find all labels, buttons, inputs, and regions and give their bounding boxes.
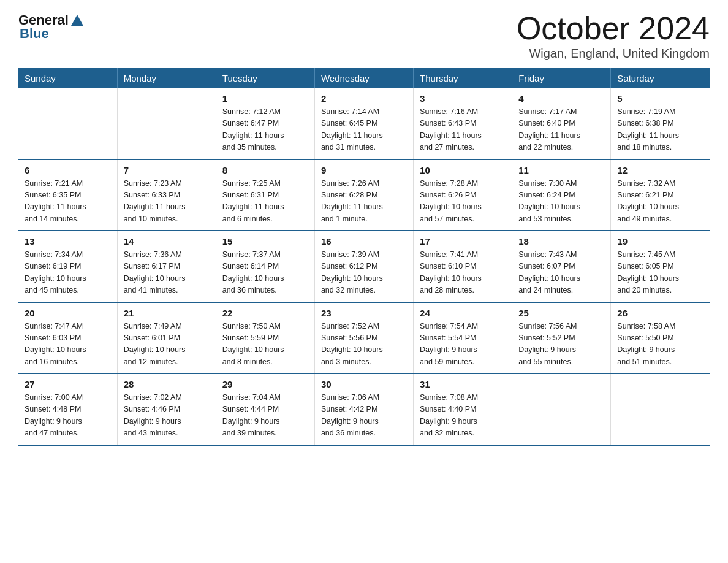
day-info: Sunrise: 7:41 AM Sunset: 6:10 PM Dayligh… bbox=[420, 249, 506, 297]
day-number: 21 bbox=[124, 308, 210, 318]
day-info: Sunrise: 7:17 AM Sunset: 6:40 PM Dayligh… bbox=[518, 106, 604, 154]
day-info: Sunrise: 7:50 AM Sunset: 5:59 PM Dayligh… bbox=[222, 321, 308, 369]
day-number: 25 bbox=[518, 308, 604, 318]
day-number: 22 bbox=[222, 308, 308, 318]
calendar-day-cell: 3Sunrise: 7:16 AM Sunset: 6:43 PM Daylig… bbox=[414, 88, 512, 159]
day-number: 2 bbox=[321, 93, 407, 104]
day-info: Sunrise: 7:36 AM Sunset: 6:17 PM Dayligh… bbox=[124, 249, 210, 297]
calendar-day-cell: 16Sunrise: 7:39 AM Sunset: 6:12 PM Dayli… bbox=[314, 231, 413, 302]
day-info: Sunrise: 7:16 AM Sunset: 6:43 PM Dayligh… bbox=[420, 106, 506, 154]
day-info: Sunrise: 7:49 AM Sunset: 6:01 PM Dayligh… bbox=[124, 321, 210, 369]
calendar-day-cell: 18Sunrise: 7:43 AM Sunset: 6:07 PM Dayli… bbox=[512, 231, 611, 302]
calendar-empty-cell bbox=[18, 88, 117, 159]
day-info: Sunrise: 7:58 AM Sunset: 5:50 PM Dayligh… bbox=[617, 321, 703, 369]
calendar-day-cell: 15Sunrise: 7:37 AM Sunset: 6:14 PM Dayli… bbox=[216, 231, 314, 302]
day-info: Sunrise: 7:19 AM Sunset: 6:38 PM Dayligh… bbox=[617, 106, 703, 154]
day-info: Sunrise: 7:45 AM Sunset: 6:05 PM Dayligh… bbox=[617, 249, 703, 297]
calendar-empty-cell bbox=[611, 373, 710, 445]
calendar-empty-cell bbox=[512, 373, 611, 445]
calendar-day-cell: 10Sunrise: 7:28 AM Sunset: 6:26 PM Dayli… bbox=[414, 159, 512, 231]
page-header: General Blue October 2024 Wigan, England… bbox=[18, 12, 710, 61]
day-number: 23 bbox=[321, 308, 407, 318]
day-info: Sunrise: 7:21 AM Sunset: 6:35 PM Dayligh… bbox=[25, 178, 111, 226]
day-number: 9 bbox=[321, 165, 407, 175]
title-block: October 2024 Wigan, England, United King… bbox=[517, 12, 710, 61]
calendar-day-cell: 28Sunrise: 7:02 AM Sunset: 4:46 PM Dayli… bbox=[117, 373, 216, 445]
day-info: Sunrise: 7:26 AM Sunset: 6:28 PM Dayligh… bbox=[321, 178, 407, 226]
calendar-header-row: SundayMondayTuesdayWednesdayThursdayFrid… bbox=[18, 68, 710, 88]
day-number: 3 bbox=[420, 93, 506, 104]
calendar-week-row: 27Sunrise: 7:00 AM Sunset: 4:48 PM Dayli… bbox=[18, 373, 710, 445]
calendar-day-cell: 9Sunrise: 7:26 AM Sunset: 6:28 PM Daylig… bbox=[314, 159, 413, 231]
calendar-day-cell: 27Sunrise: 7:00 AM Sunset: 4:48 PM Dayli… bbox=[18, 373, 117, 445]
day-info: Sunrise: 7:23 AM Sunset: 6:33 PM Dayligh… bbox=[124, 178, 210, 226]
day-number: 17 bbox=[420, 236, 506, 247]
day-number: 8 bbox=[222, 165, 308, 175]
calendar-day-cell: 2Sunrise: 7:14 AM Sunset: 6:45 PM Daylig… bbox=[314, 88, 413, 159]
calendar-empty-cell bbox=[117, 88, 216, 159]
day-number: 26 bbox=[617, 308, 703, 318]
calendar-header-friday: Friday bbox=[512, 68, 611, 88]
day-number: 27 bbox=[25, 379, 111, 389]
day-number: 7 bbox=[124, 165, 210, 175]
day-info: Sunrise: 7:04 AM Sunset: 4:44 PM Dayligh… bbox=[222, 392, 308, 440]
calendar-header-monday: Monday bbox=[117, 68, 216, 88]
day-number: 29 bbox=[222, 379, 308, 389]
logo: General Blue bbox=[18, 12, 83, 42]
day-info: Sunrise: 7:56 AM Sunset: 5:52 PM Dayligh… bbox=[518, 321, 604, 369]
day-info: Sunrise: 7:34 AM Sunset: 6:19 PM Dayligh… bbox=[25, 249, 111, 297]
day-number: 6 bbox=[25, 165, 111, 175]
day-info: Sunrise: 7:02 AM Sunset: 4:46 PM Dayligh… bbox=[124, 392, 210, 440]
calendar-day-cell: 4Sunrise: 7:17 AM Sunset: 6:40 PM Daylig… bbox=[512, 88, 611, 159]
location-text: Wigan, England, United Kingdom bbox=[517, 47, 710, 61]
calendar-day-cell: 29Sunrise: 7:04 AM Sunset: 4:44 PM Dayli… bbox=[216, 373, 314, 445]
calendar-header-tuesday: Tuesday bbox=[216, 68, 314, 88]
day-number: 28 bbox=[124, 379, 210, 389]
calendar-day-cell: 22Sunrise: 7:50 AM Sunset: 5:59 PM Dayli… bbox=[216, 302, 314, 374]
calendar-day-cell: 25Sunrise: 7:56 AM Sunset: 5:52 PM Dayli… bbox=[512, 302, 611, 374]
calendar-day-cell: 30Sunrise: 7:06 AM Sunset: 4:42 PM Dayli… bbox=[314, 373, 413, 445]
day-number: 18 bbox=[518, 236, 604, 247]
day-info: Sunrise: 7:28 AM Sunset: 6:26 PM Dayligh… bbox=[420, 178, 506, 226]
calendar-table: SundayMondayTuesdayWednesdayThursdayFrid… bbox=[18, 68, 710, 446]
calendar-header-saturday: Saturday bbox=[611, 68, 710, 88]
day-number: 5 bbox=[617, 93, 703, 104]
calendar-day-cell: 31Sunrise: 7:08 AM Sunset: 4:40 PM Dayli… bbox=[414, 373, 512, 445]
calendar-day-cell: 17Sunrise: 7:41 AM Sunset: 6:10 PM Dayli… bbox=[414, 231, 512, 302]
calendar-day-cell: 12Sunrise: 7:32 AM Sunset: 6:21 PM Dayli… bbox=[611, 159, 710, 231]
calendar-day-cell: 5Sunrise: 7:19 AM Sunset: 6:38 PM Daylig… bbox=[611, 88, 710, 159]
calendar-day-cell: 1Sunrise: 7:12 AM Sunset: 6:47 PM Daylig… bbox=[216, 88, 314, 159]
day-number: 31 bbox=[420, 379, 506, 389]
day-number: 14 bbox=[124, 236, 210, 247]
day-info: Sunrise: 7:43 AM Sunset: 6:07 PM Dayligh… bbox=[518, 249, 604, 297]
day-number: 15 bbox=[222, 236, 308, 247]
day-number: 19 bbox=[617, 236, 703, 247]
logo-triangle-icon bbox=[71, 15, 83, 26]
day-number: 24 bbox=[420, 308, 506, 318]
logo-blue-text: Blue bbox=[20, 26, 49, 42]
day-number: 16 bbox=[321, 236, 407, 247]
calendar-day-cell: 6Sunrise: 7:21 AM Sunset: 6:35 PM Daylig… bbox=[18, 159, 117, 231]
day-info: Sunrise: 7:32 AM Sunset: 6:21 PM Dayligh… bbox=[617, 178, 703, 226]
day-number: 12 bbox=[617, 165, 703, 175]
calendar-day-cell: 26Sunrise: 7:58 AM Sunset: 5:50 PM Dayli… bbox=[611, 302, 710, 374]
day-number: 10 bbox=[420, 165, 506, 175]
calendar-day-cell: 11Sunrise: 7:30 AM Sunset: 6:24 PM Dayli… bbox=[512, 159, 611, 231]
day-info: Sunrise: 7:52 AM Sunset: 5:56 PM Dayligh… bbox=[321, 321, 407, 369]
day-info: Sunrise: 7:30 AM Sunset: 6:24 PM Dayligh… bbox=[518, 178, 604, 226]
calendar-header-wednesday: Wednesday bbox=[314, 68, 413, 88]
day-number: 20 bbox=[25, 308, 111, 318]
day-info: Sunrise: 7:14 AM Sunset: 6:45 PM Dayligh… bbox=[321, 106, 407, 154]
calendar-week-row: 13Sunrise: 7:34 AM Sunset: 6:19 PM Dayli… bbox=[18, 231, 710, 302]
calendar-day-cell: 21Sunrise: 7:49 AM Sunset: 6:01 PM Dayli… bbox=[117, 302, 216, 374]
month-title: October 2024 bbox=[517, 12, 710, 44]
calendar-day-cell: 24Sunrise: 7:54 AM Sunset: 5:54 PM Dayli… bbox=[414, 302, 512, 374]
day-info: Sunrise: 7:12 AM Sunset: 6:47 PM Dayligh… bbox=[222, 106, 308, 154]
day-info: Sunrise: 7:08 AM Sunset: 4:40 PM Dayligh… bbox=[420, 392, 506, 440]
calendar-day-cell: 7Sunrise: 7:23 AM Sunset: 6:33 PM Daylig… bbox=[117, 159, 216, 231]
calendar-week-row: 6Sunrise: 7:21 AM Sunset: 6:35 PM Daylig… bbox=[18, 159, 710, 231]
day-info: Sunrise: 7:37 AM Sunset: 6:14 PM Dayligh… bbox=[222, 249, 308, 297]
calendar-header-sunday: Sunday bbox=[18, 68, 117, 88]
calendar-day-cell: 14Sunrise: 7:36 AM Sunset: 6:17 PM Dayli… bbox=[117, 231, 216, 302]
day-number: 30 bbox=[321, 379, 407, 389]
